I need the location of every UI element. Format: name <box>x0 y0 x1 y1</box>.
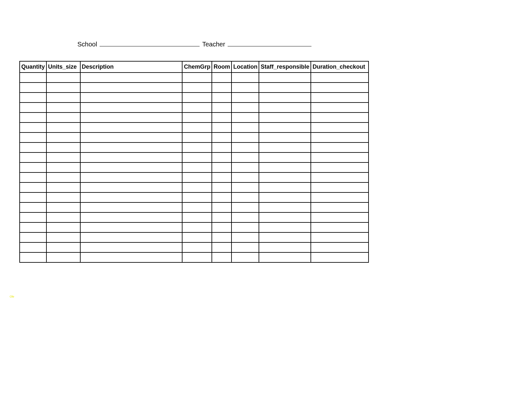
cell-description[interactable] <box>80 93 182 103</box>
cell-chemgrp[interactable] <box>182 182 212 192</box>
cell-duration-checkout[interactable] <box>311 212 369 222</box>
cell-room[interactable] <box>212 182 232 192</box>
cell-location[interactable] <box>232 162 259 172</box>
cell-room[interactable] <box>212 252 232 262</box>
cell-description[interactable] <box>80 103 182 113</box>
cell-staff-responsible[interactable] <box>259 152 311 162</box>
cell-description[interactable] <box>80 182 182 192</box>
cell-quantity[interactable] <box>20 222 46 232</box>
cell-staff-responsible[interactable] <box>259 252 311 262</box>
cell-staff-responsible[interactable] <box>259 132 311 142</box>
cell-duration-checkout[interactable] <box>311 122 369 132</box>
cell-quantity[interactable] <box>20 103 46 113</box>
cell-staff-responsible[interactable] <box>259 113 311 122</box>
cell-chemgrp[interactable] <box>182 132 212 142</box>
cell-location[interactable] <box>232 152 259 162</box>
cell-room[interactable] <box>212 103 232 113</box>
school-input-line[interactable] <box>100 39 200 46</box>
cell-room[interactable] <box>212 132 232 142</box>
cell-quantity[interactable] <box>20 202 46 212</box>
cell-duration-checkout[interactable] <box>311 162 369 172</box>
cell-units-size[interactable] <box>46 182 80 192</box>
cell-duration-checkout[interactable] <box>311 202 369 212</box>
cell-location[interactable] <box>232 122 259 132</box>
cell-staff-responsible[interactable] <box>259 83 311 93</box>
cell-room[interactable] <box>212 142 232 152</box>
cell-quantity[interactable] <box>20 172 46 182</box>
cell-staff-responsible[interactable] <box>259 142 311 152</box>
cell-duration-checkout[interactable] <box>311 83 369 93</box>
cell-description[interactable] <box>80 232 182 242</box>
cell-staff-responsible[interactable] <box>259 172 311 182</box>
cell-units-size[interactable] <box>46 242 80 252</box>
cell-location[interactable] <box>232 242 259 252</box>
cell-location[interactable] <box>232 202 259 212</box>
cell-units-size[interactable] <box>46 122 80 132</box>
cell-chemgrp[interactable] <box>182 242 212 252</box>
cell-quantity[interactable] <box>20 162 46 172</box>
cell-duration-checkout[interactable] <box>311 232 369 242</box>
cell-units-size[interactable] <box>46 132 80 142</box>
teacher-input-line[interactable] <box>228 39 311 46</box>
cell-units-size[interactable] <box>46 192 80 202</box>
cell-chemgrp[interactable] <box>182 162 212 172</box>
cell-chemgrp[interactable] <box>182 212 212 222</box>
cell-units-size[interactable] <box>46 152 80 162</box>
cell-chemgrp[interactable] <box>182 93 212 103</box>
cell-location[interactable] <box>232 192 259 202</box>
cell-description[interactable] <box>80 202 182 212</box>
cell-chemgrp[interactable] <box>182 142 212 152</box>
cell-duration-checkout[interactable] <box>311 172 369 182</box>
cell-location[interactable] <box>232 212 259 222</box>
cell-description[interactable] <box>80 252 182 262</box>
cell-duration-checkout[interactable] <box>311 103 369 113</box>
cell-duration-checkout[interactable] <box>311 242 369 252</box>
cell-units-size[interactable] <box>46 162 80 172</box>
cell-room[interactable] <box>212 73 232 83</box>
cell-duration-checkout[interactable] <box>311 73 369 83</box>
cell-units-size[interactable] <box>46 212 80 222</box>
cell-quantity[interactable] <box>20 192 46 202</box>
cell-room[interactable] <box>212 172 232 182</box>
cell-location[interactable] <box>232 232 259 242</box>
cell-duration-checkout[interactable] <box>311 192 369 202</box>
cell-duration-checkout[interactable] <box>311 93 369 103</box>
cell-room[interactable] <box>212 212 232 222</box>
cell-quantity[interactable] <box>20 232 46 242</box>
cell-room[interactable] <box>212 162 232 172</box>
cell-location[interactable] <box>232 222 259 232</box>
cell-chemgrp[interactable] <box>182 192 212 202</box>
cell-room[interactable] <box>212 242 232 252</box>
cell-room[interactable] <box>212 222 232 232</box>
cell-staff-responsible[interactable] <box>259 93 311 103</box>
cell-units-size[interactable] <box>46 252 80 262</box>
cell-duration-checkout[interactable] <box>311 152 369 162</box>
cell-units-size[interactable] <box>46 142 80 152</box>
cell-staff-responsible[interactable] <box>259 73 311 83</box>
cell-staff-responsible[interactable] <box>259 122 311 132</box>
cell-staff-responsible[interactable] <box>259 162 311 172</box>
cell-description[interactable] <box>80 162 182 172</box>
cell-location[interactable] <box>232 103 259 113</box>
cell-description[interactable] <box>80 142 182 152</box>
cell-room[interactable] <box>212 202 232 212</box>
cell-chemgrp[interactable] <box>182 122 212 132</box>
cell-duration-checkout[interactable] <box>311 132 369 142</box>
cell-quantity[interactable] <box>20 252 46 262</box>
cell-chemgrp[interactable] <box>182 222 212 232</box>
cell-location[interactable] <box>232 252 259 262</box>
cell-staff-responsible[interactable] <box>259 192 311 202</box>
cell-description[interactable] <box>80 152 182 162</box>
cell-units-size[interactable] <box>46 232 80 242</box>
cell-staff-responsible[interactable] <box>259 232 311 242</box>
cell-description[interactable] <box>80 113 182 122</box>
cell-chemgrp[interactable] <box>182 232 212 242</box>
cell-duration-checkout[interactable] <box>311 142 369 152</box>
cell-chemgrp[interactable] <box>182 172 212 182</box>
cell-chemgrp[interactable] <box>182 152 212 162</box>
cell-description[interactable] <box>80 132 182 142</box>
cell-room[interactable] <box>212 232 232 242</box>
cell-quantity[interactable] <box>20 242 46 252</box>
cell-chemgrp[interactable] <box>182 103 212 113</box>
cell-location[interactable] <box>232 172 259 182</box>
